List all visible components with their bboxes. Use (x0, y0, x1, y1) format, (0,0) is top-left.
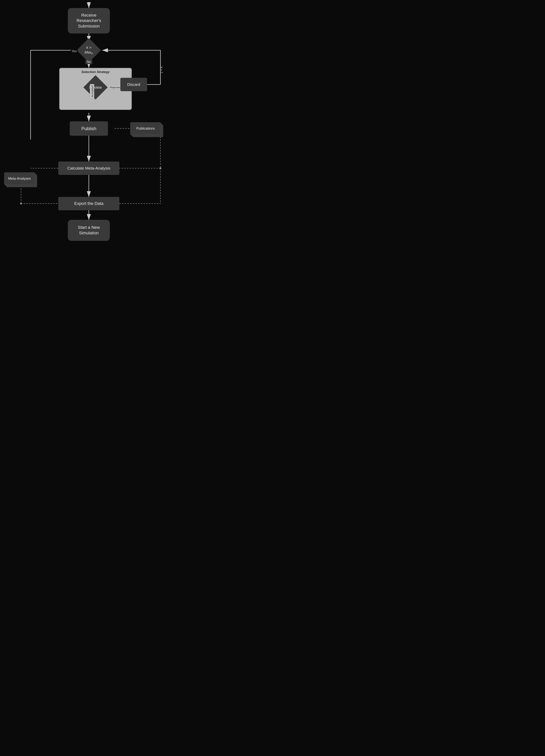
export-data-node: Export the Data (58, 197, 119, 210)
selection-strategy-label: Selection Strategy (81, 70, 110, 74)
publish-node: Publish (70, 121, 108, 136)
yes-label: Yes (71, 49, 78, 54)
flowchart: Receive Researcher's Submission k > MaxP… (0, 0, 178, 247)
calculate-meta-analysis-node: Calculate Meta-Analysis (58, 162, 119, 175)
receive-label: Receive Researcher's Submission (77, 13, 101, 29)
discard-node: Discard (120, 78, 147, 91)
no-label: No (85, 60, 92, 64)
meta-analyses-label: Meta-Analyses (8, 177, 31, 181)
svg-point-28 (160, 167, 162, 169)
accepted-label: Accepted (90, 84, 94, 99)
start-new-label: Start a New Simulation (78, 225, 100, 236)
start-new-simulation-node: Start a New Simulation (68, 220, 110, 241)
diamond-k-text: k > MaxP (85, 45, 93, 55)
svg-point-27 (20, 203, 22, 205)
review-diamond-container: Review (82, 79, 109, 96)
receive-submission-node: Receive Researcher's Submission (68, 8, 110, 33)
k-plus-1-label: k + 1 (160, 67, 163, 73)
publications-label: Publications (136, 127, 155, 131)
